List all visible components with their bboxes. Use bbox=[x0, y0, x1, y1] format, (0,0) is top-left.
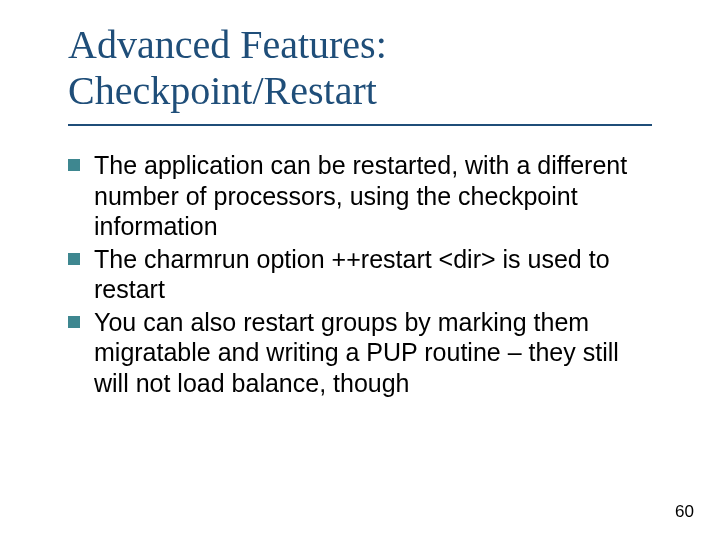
bullet-text: You can also restart groups by marking t… bbox=[94, 307, 658, 399]
list-item: The charmrun option ++restart <dir> is u… bbox=[68, 244, 658, 305]
square-bullet-icon bbox=[68, 316, 80, 328]
page-number: 60 bbox=[675, 502, 694, 522]
title-line-1: Advanced Features: bbox=[68, 22, 387, 67]
slide: Advanced Features: Checkpoint/Restart Th… bbox=[0, 0, 720, 540]
square-bullet-icon bbox=[68, 253, 80, 265]
square-bullet-icon bbox=[68, 159, 80, 171]
slide-body: The application can be restarted, with a… bbox=[68, 150, 658, 400]
bullet-text: The charmrun option ++restart <dir> is u… bbox=[94, 244, 658, 305]
list-item: You can also restart groups by marking t… bbox=[68, 307, 658, 399]
bullet-text: The application can be restarted, with a… bbox=[94, 150, 658, 242]
title-line-2: Checkpoint/Restart bbox=[68, 68, 377, 113]
list-item: The application can be restarted, with a… bbox=[68, 150, 658, 242]
slide-title: Advanced Features: Checkpoint/Restart bbox=[68, 22, 648, 114]
title-underline bbox=[68, 124, 652, 126]
